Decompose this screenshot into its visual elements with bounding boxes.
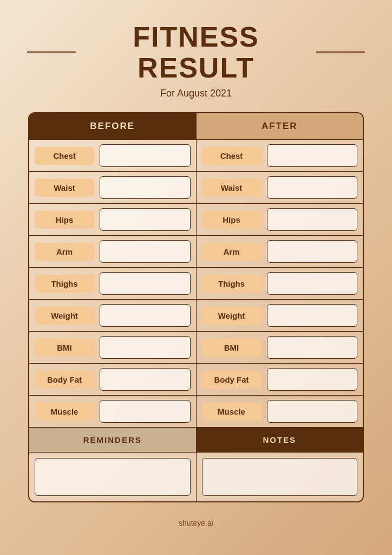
columns-header: BEFORE AFTER — [29, 113, 363, 139]
before-row-bmi: BMI — [29, 332, 196, 364]
before-label-chest: Chest — [35, 147, 94, 165]
before-row-body-fat: Body Fat — [29, 364, 196, 396]
header-area: FITNESS RESULT For August 2021 — [11, 22, 381, 112]
after-input-body-fat[interactable] — [267, 368, 358, 391]
before-label-weight: Weight — [35, 307, 94, 325]
after-header: AFTER — [197, 113, 363, 139]
reminders-content — [29, 453, 196, 501]
after-row-weight: Weight — [197, 300, 363, 332]
subtitle: For August 2021 — [160, 88, 232, 99]
after-label-muscle: Muscle — [202, 403, 262, 421]
before-row-arm: Arm — [29, 236, 196, 268]
before-label-muscle: Muscle — [35, 403, 94, 421]
notes-box[interactable] — [202, 458, 358, 496]
before-label-hips: Hips — [35, 211, 94, 229]
before-input-thighs[interactable] — [100, 272, 191, 295]
after-label-arm: Arm — [202, 243, 262, 261]
after-label-thighs: Thighs — [202, 275, 262, 293]
before-row-muscle: Muscle — [29, 396, 196, 427]
after-label-weight: Weight — [202, 307, 262, 325]
after-label-waist: Waist — [202, 179, 262, 197]
footer-credit: shuteye.ai — [179, 519, 213, 527]
before-input-body-fat[interactable] — [100, 368, 191, 391]
reminders-section: REMINDERS — [29, 428, 197, 501]
after-input-waist[interactable] — [267, 176, 358, 199]
before-row-chest: Chest — [29, 140, 196, 172]
notes-header: NOTES — [197, 428, 363, 453]
after-input-hips[interactable] — [267, 208, 358, 231]
before-row-hips: Hips — [29, 204, 196, 236]
before-input-chest[interactable] — [100, 144, 191, 167]
after-row-waist: Waist — [197, 172, 363, 204]
notes-section: NOTES — [197, 428, 363, 501]
before-input-bmi[interactable] — [100, 336, 191, 359]
deco-right-line — [316, 51, 365, 53]
before-header: BEFORE — [29, 113, 197, 139]
after-label-body-fat: Body Fat — [202, 371, 262, 389]
reminders-header: REMINDERS — [29, 428, 196, 453]
before-input-hips[interactable] — [100, 208, 191, 231]
after-label-hips: Hips — [202, 211, 262, 229]
after-row-body-fat: Body Fat — [197, 364, 363, 396]
page-title: FITNESS RESULT — [133, 22, 259, 83]
after-input-chest[interactable] — [267, 144, 358, 167]
before-label-thighs: Thighs — [35, 275, 94, 293]
before-row-waist: Waist — [29, 172, 196, 204]
after-label-chest: Chest — [202, 147, 262, 165]
before-input-weight[interactable] — [100, 304, 191, 327]
after-input-arm[interactable] — [267, 240, 358, 263]
main-card: BEFORE AFTER ChestWaistHipsArmThighsWeig… — [28, 112, 364, 502]
after-row-chest: Chest — [197, 140, 363, 172]
after-row-thighs: Thighs — [197, 268, 363, 300]
before-input-muscle[interactable] — [100, 400, 191, 423]
before-input-arm[interactable] — [100, 240, 191, 263]
before-label-bmi: BMI — [35, 339, 94, 357]
before-label-waist: Waist — [35, 179, 94, 197]
before-column: ChestWaistHipsArmThighsWeightBMIBody Fat… — [29, 140, 197, 427]
data-rows: ChestWaistHipsArmThighsWeightBMIBody Fat… — [29, 140, 363, 427]
bottom-section: REMINDERS NOTES — [29, 427, 363, 501]
before-label-arm: Arm — [35, 243, 94, 261]
after-input-weight[interactable] — [267, 304, 358, 327]
before-label-body-fat: Body Fat — [35, 371, 94, 389]
after-row-arm: Arm — [197, 236, 363, 268]
notes-content — [197, 453, 363, 501]
after-row-bmi: BMI — [197, 332, 363, 364]
before-row-weight: Weight — [29, 300, 196, 332]
before-input-waist[interactable] — [100, 176, 191, 199]
before-row-thighs: Thighs — [29, 268, 196, 300]
after-input-thighs[interactable] — [267, 272, 358, 295]
deco-left-line — [27, 51, 76, 53]
after-row-hips: Hips — [197, 204, 363, 236]
after-input-muscle[interactable] — [267, 400, 358, 423]
after-label-bmi: BMI — [202, 339, 262, 357]
reminders-box[interactable] — [35, 458, 191, 496]
after-input-bmi[interactable] — [267, 336, 358, 359]
after-row-muscle: Muscle — [197, 396, 363, 427]
after-column: ChestWaistHipsArmThighsWeightBMIBody Fat… — [197, 140, 363, 427]
